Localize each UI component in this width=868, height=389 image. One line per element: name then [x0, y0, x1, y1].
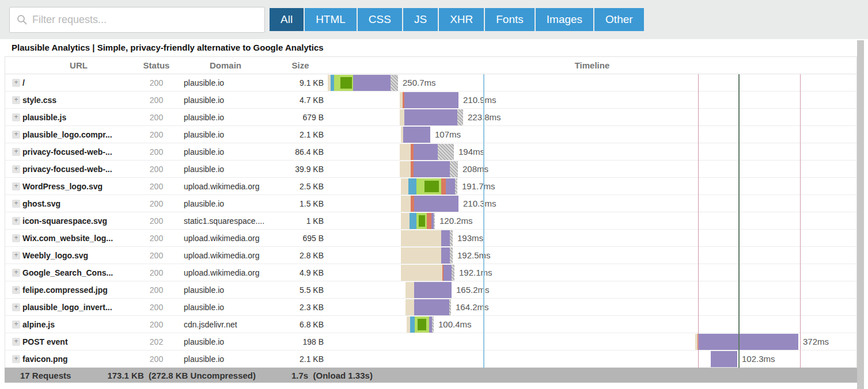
url-cell: privacy-focused-web-... [22, 147, 135, 157]
dns-segment [410, 316, 415, 333]
total-size: 173.1 KB (272.8 KB Uncompressed) [107, 371, 256, 380]
tab-all[interactable]: All [270, 8, 304, 31]
table-row[interactable]: +privacy-focused-web-...200plausible.io3… [5, 161, 856, 178]
table-row[interactable]: +Wix.com_website_log...200upload.wikimed… [5, 230, 856, 247]
expand-button[interactable]: + [12, 131, 20, 139]
wait-segment [404, 92, 458, 108]
size-cell: 2.5 KB [273, 182, 328, 191]
size-cell: 695 B [273, 234, 328, 243]
url-cell: / [22, 78, 135, 87]
expand-button[interactable]: + [12, 321, 20, 329]
expand-button[interactable]: + [12, 200, 20, 208]
duration-label: 210.3ms [463, 196, 496, 212]
receive-segment [450, 161, 458, 177]
table-row[interactable]: +POST event202plausible.io198 B372ms [5, 333, 856, 350]
waterfall-bar[interactable]: 107ms [401, 127, 461, 143]
waterfall-bar[interactable]: 194ms [400, 144, 484, 160]
blocked-segment [401, 247, 441, 264]
table-row[interactable]: +Google_Search_Cons...200upload.wikimedi… [5, 264, 856, 281]
url-cell: favicon.png [22, 354, 135, 364]
size-cell: 1 KB [273, 216, 328, 226]
tab-css[interactable]: CSS [358, 8, 402, 31]
table-row[interactable]: +/200plausible.io9.1 KB250.7ms [5, 74, 856, 91]
timeline-cell: 164.2ms [328, 299, 856, 315]
vertical-scrollbar[interactable] [857, 40, 864, 389]
status-cell: 200 [135, 113, 178, 122]
table-row[interactable]: +plausible_logo.compr...200plausible.io2… [5, 126, 856, 143]
domain-cell: plausible.io [178, 113, 273, 122]
table-row[interactable]: +ghost.svg200plausible.io1.5 KB210.3ms [5, 195, 856, 212]
search-box[interactable] [9, 7, 265, 33]
table-row[interactable]: +icon-squarespace.svg200static1.squaresp… [5, 212, 856, 230]
table-row[interactable]: +WordPress_logo.svg200upload.wikimedia.o… [5, 178, 856, 195]
render-complete-marker [738, 74, 740, 368]
size-column-header: Size [273, 60, 328, 70]
tab-xhr[interactable]: XHR [439, 8, 484, 31]
filter-input[interactable] [32, 14, 257, 26]
table-row[interactable]: +plausible.js200plausible.io679 B223.8ms [5, 109, 856, 126]
expand-cell: + [5, 217, 22, 225]
expand-button[interactable]: + [12, 269, 20, 277]
duration-label: 191.7ms [462, 178, 495, 194]
wait-segment [414, 161, 450, 177]
waterfall-bar[interactable]: 193ms [401, 230, 483, 246]
table-row[interactable]: +alpine.js200cdn.jsdelivr.net6.8 KB100.4… [5, 316, 856, 333]
dns-segment [408, 178, 416, 194]
tab-fonts[interactable]: Fonts [485, 8, 535, 31]
waterfall-bar[interactable]: 191.7ms [401, 178, 495, 194]
waterfall-bar[interactable]: 120.2ms [401, 213, 473, 229]
duration-label: 372ms [803, 334, 829, 350]
url-cell: Google_Search_Cons... [22, 268, 135, 277]
status-cell: 200 [135, 251, 178, 260]
waterfall-bar[interactable]: 165.2ms [405, 282, 490, 298]
waterfall-bar[interactable]: 100.4ms [407, 316, 472, 333]
expand-button[interactable]: + [12, 96, 20, 104]
waterfall-bar[interactable]: 372ms [695, 334, 829, 350]
waterfall-bar[interactable]: 210.9ms [400, 92, 496, 108]
expand-button[interactable]: + [12, 286, 20, 294]
domain-cell: upload.wikimedia.org [178, 251, 273, 260]
expand-button[interactable]: + [12, 234, 20, 242]
receive-segment [438, 144, 454, 160]
expand-button[interactable]: + [12, 303, 20, 311]
table-row[interactable]: +privacy-focused-web-...200plausible.io8… [5, 143, 856, 161]
tab-js[interactable]: JS [403, 8, 438, 31]
waterfall-bar[interactable]: 192.1ms [401, 265, 492, 281]
waterfall-bar[interactable]: 164.2ms [405, 299, 489, 315]
expand-button[interactable]: + [12, 217, 20, 225]
expand-button[interactable]: + [12, 182, 20, 190]
wait-segment [699, 334, 798, 350]
tab-html[interactable]: HTML [305, 8, 357, 31]
receive-segment [450, 230, 453, 246]
waterfall-bar[interactable]: 250.7ms [328, 75, 436, 91]
table-row[interactable]: +style.css200plausible.io4.7 KB210.9ms [5, 91, 856, 109]
table-row[interactable]: +favicon.png200plausible.io2.1 KB102.3ms [5, 350, 856, 368]
url-cell: plausible_logo.compr... [22, 130, 135, 139]
table-row[interactable]: +Weebly_logo.svg200upload.wikimedia.org2… [5, 247, 856, 264]
receive-segment [391, 75, 398, 91]
expand-button[interactable]: + [12, 338, 20, 346]
waterfall-bar[interactable]: 208ms [400, 161, 488, 177]
wait-segment [444, 265, 452, 281]
timeline-cell: 107ms [328, 127, 856, 143]
waterfall-bar[interactable]: 210.3ms [401, 196, 496, 212]
expand-button[interactable]: + [12, 251, 20, 260]
expand-button[interactable]: + [12, 148, 20, 156]
expand-button[interactable]: + [12, 165, 20, 173]
waterfall-bar[interactable]: 102.3ms [711, 351, 775, 367]
tab-other[interactable]: Other [594, 8, 644, 31]
expand-button[interactable]: + [12, 79, 20, 87]
table-row[interactable]: +plausible_logo_invert...200plausible.io… [5, 299, 856, 316]
expand-cell: + [5, 321, 22, 329]
waterfall-bar[interactable]: 223.8ms [400, 109, 501, 125]
size-cell: 39.9 KB [273, 165, 328, 174]
ssl-segment [340, 77, 352, 89]
expand-button[interactable]: + [12, 355, 20, 363]
expand-button[interactable]: + [12, 113, 20, 121]
wait-segment [414, 196, 458, 212]
table-row[interactable]: +felipe.compressed.jpg200plausible.io5.5… [5, 281, 856, 299]
waterfall-bar[interactable]: 192.5ms [401, 247, 491, 264]
expand-cell: + [5, 269, 22, 277]
expand-cell: + [5, 131, 22, 139]
tab-images[interactable]: Images [536, 8, 593, 31]
